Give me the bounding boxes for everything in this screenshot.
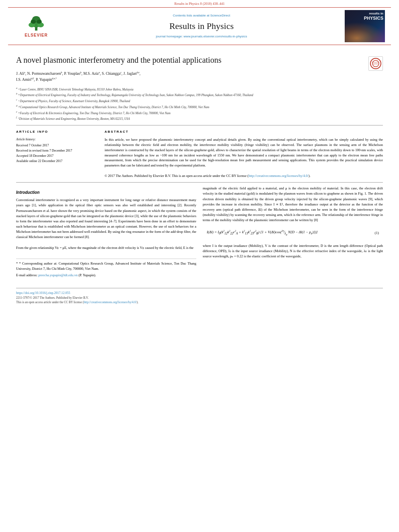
doi-link[interactable]: https://doi.org/10.1016/j.rinp.2017.12.0…: [16, 291, 383, 295]
page-footer: https://doi.org/10.1016/j.rinp.2017.12.0…: [16, 288, 383, 307]
elsevier-logo: ELSEVIER: [25, 14, 47, 38]
article-history-label: Article history:: [16, 137, 97, 142]
affiliation-d: d ᵈ Computational Optics Research Group,…: [16, 104, 383, 109]
received-date: Received 7 October 2017: [16, 143, 97, 148]
svg-text:updates: updates: [373, 63, 378, 65]
journal-cover-image: results in PHYSICS: [345, 10, 385, 42]
elsevier-tree-icon: [26, 14, 46, 32]
authors-line: J. Alia, N. Pornsuwancharoenb, P. Youpla…: [16, 71, 383, 83]
journal-citation-bar: Results in Physics 8 (2018) 438–441: [0, 0, 399, 7]
journal-name-area: Contents lists available at ScienceDirec…: [60, 10, 343, 42]
introduction-heading: Introduction: [16, 190, 196, 195]
footnote-area: * * Corresponding author at: Computation…: [16, 259, 196, 278]
cover-overlay: [345, 22, 385, 42]
accepted-date: Accepted 18 December 2017: [16, 154, 97, 159]
author-list-2: I.S. Amirid,f, P. Yupapind,e,*: [16, 78, 57, 82]
body-left-column: Introduction Conventional interferometer…: [16, 186, 196, 278]
article-info-column: ARTICLE INFO Article history: Received 7…: [16, 129, 97, 178]
journal-header: ELSEVIER Contents lists available at Sci…: [8, 7, 391, 45]
title-row: A novel plasmonic interferometry and the…: [16, 55, 383, 71]
svg-point-6: [37, 20, 41, 24]
equation-where-text: where I is the output irradiance (Mobili…: [203, 243, 383, 259]
divider-1: [16, 125, 383, 125]
cover-physics-text: PHYSICS: [364, 15, 383, 21]
footer-copyright: 2211-3797/© 2017 The Authors. Published …: [16, 296, 383, 300]
available-date: Available online 22 December 2017: [16, 159, 97, 164]
received-revised-date: Received in revised form 7 December 2017: [16, 148, 97, 154]
citation-text: Results in Physics 8 (2018) 438–441: [175, 2, 225, 6]
journal-title: Results in Physics: [169, 20, 234, 33]
article-title: A novel plasmonic interferometry and the…: [16, 55, 364, 65]
cc-license-link[interactable]: http://creativecommons.org/licenses/by/4…: [249, 174, 309, 178]
check-for-updates-badge[interactable]: Check for updates: [368, 56, 383, 71]
footer-cc-link[interactable]: http://creativecommons.org/licenses/by/4…: [84, 300, 137, 304]
equation-formula: I(Δl) = I0(k212k222r2A + k213k223r2B) [1…: [207, 229, 317, 236]
affiliation-a: a ᵃ Laser Centre, IBNU SINA ISIR, Univer…: [16, 86, 383, 92]
intro-paragraph-1: Conventional interferometer is recognize…: [16, 197, 196, 240]
affiliation-f: f ᶠ Division of Materials Science and En…: [16, 116, 383, 121]
elsevier-wordmark: ELSEVIER: [25, 33, 47, 38]
article-meta-section: ARTICLE INFO Article history: Received 7…: [16, 129, 383, 178]
affiliation-e: e ᵉ Faculty of Electrical & Electronics …: [16, 110, 383, 115]
abstract-column: ABSTRACT In this article, we have propos…: [105, 129, 383, 178]
sciencedirect-text: ScienceDirect: [210, 14, 230, 17]
affiliation-c: c ᶜ Department of Physics, Faculty of Sc…: [16, 98, 383, 103]
sciencedirect-link[interactable]: Contents lists available at ScienceDirec…: [173, 13, 230, 18]
right-continued-text: magnitude of the electric field applied …: [203, 186, 383, 223]
cover-results-text: results in: [369, 12, 383, 16]
divider-2: [16, 182, 383, 183]
abstract-body: In this article, we have proposed the pl…: [105, 137, 383, 178]
author-list: J. Alia, N. Pornsuwancharoenb, P. Youpla…: [16, 72, 140, 76]
equation-1: I(Δl) = I0(k212k222r2A + k213k223r2B) [1…: [203, 227, 383, 239]
email-address[interactable]: preecha.yupapin@tdt.edu.vn: [38, 273, 78, 277]
email-line: E-mail address: preecha.yupapin@tdt.edu.…: [16, 273, 196, 278]
corresponding-author-note: * * Corresponding author at: Computation…: [16, 261, 196, 271]
intro-paragraph-2: From the given relationship V₂ = μE, whe…: [16, 245, 196, 251]
affiliations-block: a ᵃ Laser Centre, IBNU SINA ISIR, Univer…: [16, 86, 383, 121]
article-info-heading: ARTICLE INFO: [16, 129, 97, 134]
elsevier-logo-area: ELSEVIER: [12, 10, 60, 42]
journal-cover-area: results in PHYSICS: [343, 10, 387, 42]
abstract-heading: ABSTRACT: [105, 129, 383, 134]
check-updates-icon: Check for updates: [370, 58, 381, 69]
affiliation-b: b ᵇ Department of Electrical Engineering…: [16, 92, 383, 97]
main-content: A novel plasmonic interferometry and the…: [16, 45, 383, 281]
footer-license: This is an open access article under the…: [16, 300, 383, 305]
body-right-column: magnitude of the electric field applied …: [203, 186, 383, 278]
journal-homepage-url[interactable]: journal homepage: www.journals.elsevier.…: [156, 34, 247, 39]
abstract-copyright: © 2017 The Authors. Published by Elsevie…: [105, 174, 311, 178]
body-section: Introduction Conventional interferometer…: [16, 186, 383, 278]
svg-point-5: [31, 20, 36, 24]
equation-number: (1): [375, 230, 379, 236]
